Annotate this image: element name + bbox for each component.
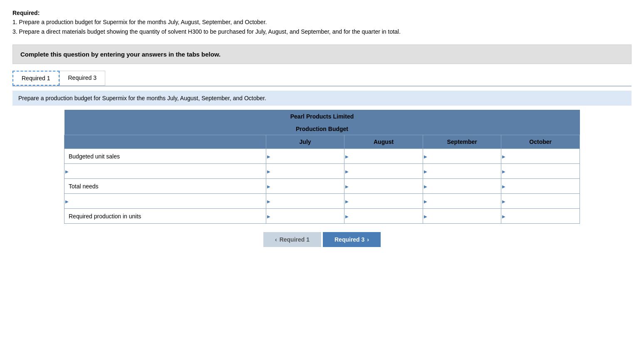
table-wrapper: Pearl Products Limited Production Budget… [64,110,580,224]
row3-july-input[interactable] [266,179,344,193]
prev-icon: ‹ [275,236,277,243]
col-header-august: August [344,135,423,149]
row2-september-input[interactable] [423,164,501,178]
row3-july-cell: ▶ [266,179,344,194]
table-row: ▶ ▶ ▶ [64,194,580,209]
tab-required3-label: Required 3 [68,74,97,81]
tab-required3[interactable]: Required 3 [59,71,106,86]
row5-july-cell: ▶ [266,209,344,224]
instruction-line2: 3. Prepare a direct materials budget sho… [12,27,632,36]
arrow-indicator: ▶ [267,214,270,218]
tab-description: Prepare a production budget for Supermix… [12,91,632,106]
row4-september-cell: ▶ [423,194,501,209]
row2-october-input[interactable] [501,164,580,178]
prev-button[interactable]: ‹ Required 1 [263,232,321,247]
tab-required1-label: Required 1 [22,75,50,82]
arrow-indicator: ▶ [267,184,270,188]
tab-content: Prepare a production budget for Supermix… [12,86,632,247]
row3-september-input[interactable] [423,179,501,193]
row3-september-cell: ▶ [423,179,501,194]
complete-banner: Complete this question by entering your … [12,44,632,64]
row2-october-cell: ▶ [501,164,580,179]
table-row: Total needs ▶ ▶ [64,179,580,194]
row5-september-input[interactable] [423,209,501,223]
tab-required1[interactable]: Required 1 [12,71,59,86]
arrow-indicator: ▶ [345,214,349,218]
col-header-september: September [423,135,501,149]
row3-label: Total needs [64,179,266,194]
row2-august-input[interactable] [344,164,423,178]
prev-label: Required 1 [280,236,310,243]
table-col-headers: July August September October [64,135,580,149]
row4-september-input[interactable] [423,194,501,208]
row4-label-input[interactable] [64,194,266,208]
row3-october-input[interactable] [501,179,580,193]
row2-label-input[interactable] [64,164,266,178]
row1-august-input[interactable] [344,149,423,163]
row4-october-input[interactable] [501,194,580,208]
col-header-october: October [501,135,580,149]
next-label: Required 3 [334,236,364,243]
arrow-indicator: ▶ [65,169,69,173]
row4-july-input[interactable] [266,194,344,208]
arrow-indicator: ▶ [502,169,505,173]
row5-august-cell: ▶ [344,209,423,224]
row4-august-input[interactable] [344,194,423,208]
row2-july-input[interactable] [266,164,344,178]
row4-july-cell: ▶ [266,194,344,209]
arrow-indicator: ▶ [424,154,427,158]
table-header-row2: Production Budget [64,123,580,135]
arrow-indicator: ▶ [502,214,505,218]
table-row: ▶ ▶ ▶ [64,164,580,179]
row1-july-cell: ▶ [266,149,344,164]
arrow-indicator: ▶ [267,199,270,203]
next-icon: › [367,236,369,243]
arrow-indicator: ▶ [502,154,505,158]
arrow-indicator: ▶ [424,214,427,218]
arrow-indicator: ▶ [502,184,505,188]
row4-october-cell: ▶ [501,194,580,209]
row1-label: Budgeted unit sales [64,149,266,164]
col-header-label [64,135,266,149]
row2-september-cell: ▶ [423,164,501,179]
table-row: Required production in units ▶ ▶ [64,209,580,224]
row5-september-cell: ▶ [423,209,501,224]
row5-october-cell: ▶ [501,209,580,224]
row2-july-cell: ▶ [266,164,344,179]
row1-september-cell: ▶ [423,149,501,164]
banner-text: Complete this question by entering your … [20,51,220,58]
row1-october-input[interactable] [501,149,580,163]
table-header-row1: Pearl Products Limited [64,110,580,123]
row5-july-input[interactable] [266,209,344,223]
instructions-block: Required: 1. Prepare a production budget… [12,8,632,36]
instruction-line1: 1. Prepare a production budget for Super… [12,17,632,27]
row1-september-input[interactable] [423,149,501,163]
row4-august-cell: ▶ [344,194,423,209]
table-row: Budgeted unit sales ▶ ▶ [64,149,580,164]
row3-august-input[interactable] [344,179,423,193]
arrow-indicator: ▶ [424,169,427,173]
arrow-indicator: ▶ [345,154,349,158]
next-button[interactable]: Required 3 › [323,232,381,247]
row1-october-cell: ▶ [501,149,580,164]
arrow-indicator: ▶ [424,184,427,188]
tabs-container: Required 1 Required 3 Prepare a producti… [12,71,632,247]
arrow-indicator: ▶ [267,154,270,158]
row5-october-input[interactable] [501,209,580,223]
row2-august-cell: ▶ [344,164,423,179]
row1-july-input[interactable] [266,149,344,163]
table-title2: Production Budget [64,123,580,135]
row4-label-cell: ▶ [64,194,266,209]
arrow-indicator: ▶ [345,199,349,203]
budget-table: Pearl Products Limited Production Budget… [64,110,580,224]
row5-august-input[interactable] [344,209,423,223]
arrow-indicator: ▶ [424,199,427,203]
col-header-july: July [266,135,344,149]
nav-buttons: ‹ Required 1 Required 3 › [12,232,632,247]
row5-label: Required production in units [64,209,266,224]
row1-august-cell: ▶ [344,149,423,164]
required-heading: Required: [12,10,40,16]
arrow-indicator: ▶ [345,184,349,188]
arrow-indicator: ▶ [502,199,505,203]
row3-august-cell: ▶ [344,179,423,194]
